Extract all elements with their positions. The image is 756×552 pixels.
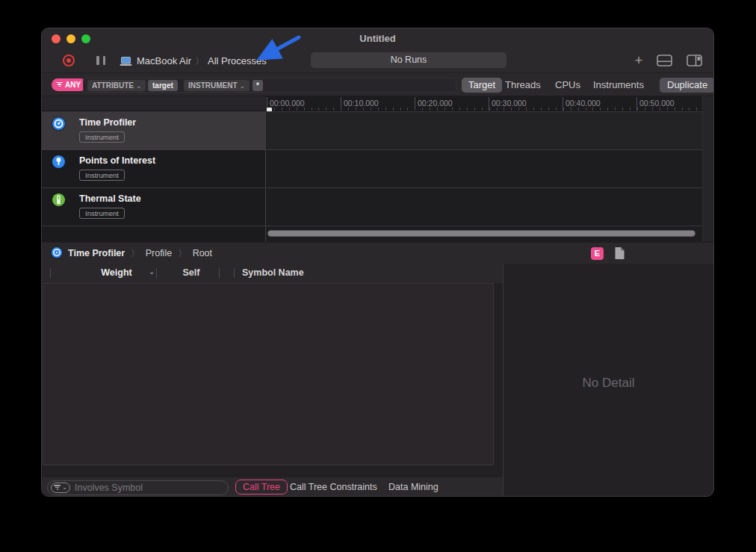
ruler-corner <box>42 96 266 111</box>
filter-token-attribute[interactable]: ATTRIBUTE⌄ <box>87 80 146 91</box>
breadcrumb-item[interactable]: Profile <box>146 248 172 258</box>
chevron-right-icon: 〉 <box>195 56 204 66</box>
breadcrumb-item[interactable]: Root <box>193 248 212 258</box>
run-status-pill: No Runs <box>311 52 506 68</box>
tab-cpus[interactable]: CPUs <box>555 78 580 93</box>
sort-chevron-icon: ⌄ <box>149 267 155 276</box>
symbol-filter-input[interactable]: ⌄ Involves Symbol <box>47 480 229 495</box>
no-detail-label: No Detail <box>504 376 713 391</box>
tab-threads[interactable]: Threads <box>505 78 541 93</box>
instrument-badge: Instrument <box>79 170 125 181</box>
tab-instruments[interactable]: Instruments <box>593 78 644 93</box>
target-name: All Processes <box>208 55 267 66</box>
filter-token-target[interactable]: target <box>148 80 178 91</box>
strategy-view-button[interactable] <box>654 52 674 69</box>
track-right-margin <box>702 96 713 241</box>
sidebar-right-icon <box>687 55 702 66</box>
instrument-name: Thermal State <box>79 193 141 204</box>
instrument-badge: Instrument <box>79 131 125 143</box>
filter-bar: ANY ATTRIBUTE⌄ target INSTRUMENT⌄ * Targ… <box>42 72 713 96</box>
filter-options-icon[interactable]: ⌄ <box>51 483 70 493</box>
duplicate-button[interactable]: Duplicate <box>660 78 714 93</box>
filter-token-instrument[interactable]: INSTRUMENT⌄ <box>184 80 250 91</box>
breadcrumb[interactable]: Time Profiler 〉 Profile 〉 Root <box>51 243 212 264</box>
track-area: 00:00.000 00:10.000 00:20.000 00:30.000 … <box>42 96 713 241</box>
chevron-down-icon: ⌄ <box>136 82 142 90</box>
window-title: Untitled <box>42 33 713 44</box>
call-tree-button[interactable]: Call Tree <box>235 480 288 494</box>
pane-divider[interactable] <box>503 264 504 497</box>
track-lane[interactable] <box>267 112 702 149</box>
instrument-row-points-of-interest[interactable]: Points of Interest Instrument <box>42 149 713 187</box>
time-profiler-icon <box>52 117 66 134</box>
macbook-device-icon <box>120 56 132 69</box>
any-label: ANY <box>65 81 81 89</box>
tab-target[interactable]: Target <box>462 78 502 93</box>
ruler-minor-ticks <box>267 108 713 111</box>
inspector-pane: No Detail <box>504 264 713 497</box>
detail-header-bar: Time Profiler 〉 Profile 〉 Root E <box>42 241 713 264</box>
timeline-scroll-row <box>42 226 713 241</box>
filter-token-wildcard[interactable]: * <box>252 80 263 91</box>
horizontal-scrollbar[interactable] <box>267 230 695 237</box>
column-header-symbol-name[interactable]: Symbol Name <box>242 267 304 278</box>
chevron-right-icon: 〉 <box>131 248 140 259</box>
instrument-row-thermal-state[interactable]: Thermal State Instrument <box>42 187 713 226</box>
record-button[interactable] <box>63 55 75 66</box>
screenshot-canvas: Untitled MacBook Air〉All Processes No Ru… <box>0 0 756 552</box>
document-icon[interactable] <box>614 246 625 263</box>
device-target-selector[interactable]: MacBook Air〉All Processes <box>137 55 267 68</box>
toolbar: MacBook Air〉All Processes No Runs + <box>42 49 713 72</box>
title-bar: Untitled <box>42 28 713 49</box>
column-header-self[interactable]: Self <box>165 267 217 278</box>
filter-icon <box>56 82 63 88</box>
device-name: MacBook Air <box>137 55 191 66</box>
thermal-state-icon <box>52 193 66 210</box>
instrument-name: Time Profiler <box>79 117 136 128</box>
filter-token-field[interactable]: ATTRIBUTE⌄ target INSTRUMENT⌄ * <box>83 78 456 93</box>
track-lane[interactable] <box>267 150 702 187</box>
time-profiler-icon <box>51 246 63 261</box>
instrument-row-time-profiler[interactable]: Time Profiler Instrument <box>42 111 713 149</box>
points-of-interest-icon <box>52 155 66 172</box>
add-instrument-button[interactable]: + <box>629 52 648 69</box>
filter-match-any-pill[interactable]: ANY <box>52 78 87 91</box>
call-tree-table-body[interactable] <box>43 283 494 465</box>
breadcrumb-item[interactable]: Time Profiler <box>68 248 125 258</box>
call-tree-pane: Weight ⌄ Self Symbol Name ⌄ Invo <box>42 264 503 497</box>
filter-placeholder: Involves Symbol <box>75 483 143 493</box>
instrument-name: Points of Interest <box>79 155 155 166</box>
extended-detail-button[interactable]: E <box>591 247 604 260</box>
data-mining-button[interactable]: Data Mining <box>388 482 439 492</box>
plus-icon: + <box>634 52 642 69</box>
track-filter-tabs: Target Threads CPUs Instruments Duplicat… <box>459 78 713 93</box>
bottom-bar: ⌄ Involves Symbol Call Tree Call Tree Co… <box>42 477 503 497</box>
pause-button[interactable] <box>96 56 105 65</box>
chevron-down-icon: ⌄ <box>240 82 246 90</box>
call-tree-constraints-button[interactable]: Call Tree Constraints <box>290 482 377 492</box>
split-horizontal-icon <box>657 55 672 66</box>
column-header-weight[interactable]: Weight <box>87 267 146 278</box>
table-header: Weight ⌄ Self Symbol Name <box>42 264 503 283</box>
time-ruler[interactable]: 00:00.000 00:10.000 00:20.000 00:30.000 … <box>266 96 713 111</box>
instrument-badge: Instrument <box>79 208 125 219</box>
chevron-right-icon: 〉 <box>178 248 187 259</box>
track-lane[interactable] <box>267 188 702 226</box>
instruments-window: Untitled MacBook Air〉All Processes No Ru… <box>41 28 714 497</box>
inspector-toggle-button[interactable] <box>684 52 704 69</box>
chevron-down-icon: ⌄ <box>62 485 67 491</box>
detail-area: Weight ⌄ Self Symbol Name ⌄ Invo <box>42 264 713 497</box>
